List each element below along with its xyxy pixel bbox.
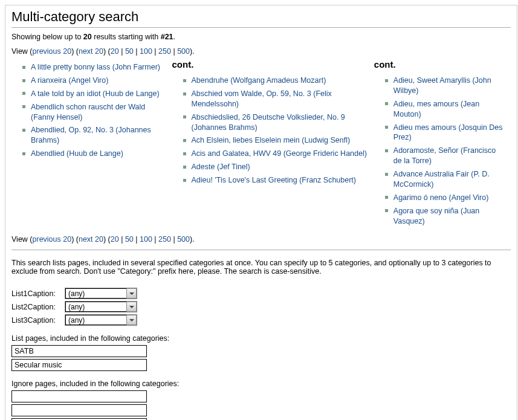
chevron-down-icon bbox=[126, 302, 137, 312]
perpage-250[interactable]: 250 bbox=[158, 47, 171, 56]
result-item: Adieu! 'Tis Love's Last Greeting (Franz … bbox=[183, 175, 368, 186]
result-item: Abschied vom Walde, Op. 59, No. 3 (Felix… bbox=[183, 89, 368, 109]
include-category-1[interactable] bbox=[11, 345, 147, 357]
result-item: A tale told by an idiot (Huub de Lange) bbox=[22, 89, 166, 99]
exclude-category-1[interactable] bbox=[11, 390, 147, 402]
result-item: Adieu, Sweet Amaryllis (John Wilbye) bbox=[385, 76, 505, 96]
perpage-20[interactable]: 20 bbox=[111, 47, 119, 56]
result-item: A rianxeira (Angel Viro) bbox=[22, 76, 166, 86]
results-summary: Showing below up to 20 results starting … bbox=[11, 33, 511, 41]
next-link[interactable]: next 20 bbox=[79, 235, 103, 244]
result-item: Abendruhe (Wolfgang Amadeus Mozart) bbox=[183, 76, 368, 86]
result-item: Ach Elslein, liebes Elselein mein (Ludwi… bbox=[183, 135, 368, 146]
chevron-down-icon bbox=[126, 288, 137, 299]
perpage-50[interactable]: 50 bbox=[125, 47, 134, 56]
perpage-50[interactable]: 50 bbox=[125, 235, 134, 244]
next-link[interactable]: next 20 bbox=[79, 47, 103, 56]
pager-bottom: View (previous 20) (next 20) (20 | 50 | … bbox=[11, 235, 511, 244]
include-label: List pages, included in the following ca… bbox=[11, 334, 511, 343]
pager-top: View (previous 20) (next 20) (20 | 50 | … bbox=[11, 47, 511, 56]
result-item: Adoramoste, Señor (Francisco de la Torre… bbox=[385, 146, 505, 166]
result-item: Agarimo ó neno (Angel Viro) bbox=[385, 193, 505, 203]
prev-link[interactable]: previous 20 bbox=[33, 47, 72, 56]
intro-text: This search lists pages, included in sev… bbox=[11, 259, 511, 276]
result-item: Adeste (Jef Tinel) bbox=[183, 162, 368, 172]
results-columns: A little pretty bonny lass (John Farmer)… bbox=[11, 59, 511, 229]
prev-link[interactable]: previous 20 bbox=[33, 235, 72, 244]
list2-select[interactable]: (any) bbox=[65, 301, 137, 312]
perpage-100[interactable]: 100 bbox=[140, 235, 152, 244]
list2-label: List2Caption: bbox=[11, 303, 65, 311]
result-item: Adieu mes amours (Josquin Des Prez) bbox=[385, 123, 505, 143]
exclude-label: Ignore pages, included in the following … bbox=[11, 380, 511, 388]
result-item: Abschiedslied, 26 Deutsche Volkslieder, … bbox=[183, 112, 368, 133]
result-item: Abendlied, Op. 92, No. 3 (Johannes Brahm… bbox=[22, 125, 166, 146]
result-item: Advance Australia Fair (P. D. McCormick) bbox=[385, 169, 505, 190]
result-item: Acis and Galatea, HWV 49 (George Frideri… bbox=[183, 149, 368, 159]
result-item: Abendlich schon rauscht der Wald (Fanny … bbox=[22, 102, 166, 123]
page-title: Multi-category search bbox=[11, 9, 511, 28]
perpage-250[interactable]: 250 bbox=[158, 235, 171, 244]
result-item: A little pretty bonny lass (John Farmer) bbox=[22, 62, 166, 73]
cont-heading: cont. bbox=[172, 59, 368, 69]
result-item: Abendlied (Huub de Lange) bbox=[22, 149, 166, 159]
include-category-2[interactable] bbox=[11, 359, 147, 371]
cont-heading: cont. bbox=[374, 59, 505, 69]
result-item: Adieu, mes amours (Jean Mouton) bbox=[385, 99, 505, 120]
list3-label: List3Caption: bbox=[11, 316, 65, 325]
perpage-100[interactable]: 100 bbox=[140, 47, 152, 56]
list1-select[interactable]: (any) bbox=[65, 288, 137, 299]
perpage-20[interactable]: 20 bbox=[111, 235, 119, 244]
list1-label: List1Caption: bbox=[11, 289, 65, 298]
exclude-category-2[interactable] bbox=[11, 404, 147, 416]
result-item: Agora que soy niña (Juan Vasquez) bbox=[385, 206, 505, 227]
perpage-500[interactable]: 500 bbox=[177, 235, 190, 244]
list3-select[interactable]: (any) bbox=[65, 314, 137, 326]
chevron-down-icon bbox=[126, 315, 137, 325]
perpage-500[interactable]: 500 bbox=[177, 47, 190, 56]
